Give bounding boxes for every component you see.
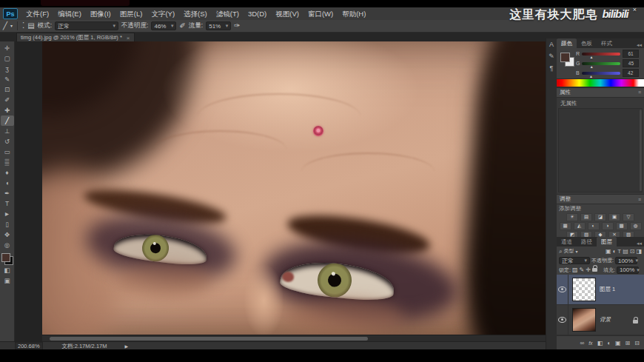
opacity-select[interactable]: 46% ▾ — [151, 21, 176, 30]
foreground-color-swatch[interactable] — [560, 53, 570, 62]
menu-file[interactable]: 文件(F) — [21, 8, 53, 20]
caret-down-icon[interactable]: ▾ — [10, 22, 13, 30]
menu-image[interactable]: 图像(I) — [86, 8, 115, 20]
menu-help[interactable]: 帮助(H) — [338, 8, 370, 20]
blend-mode-select[interactable]: 正常 ▾ — [55, 21, 118, 30]
lock-transparent-icon[interactable]: ▨ — [572, 267, 578, 273]
menu-type[interactable]: 文字(Y) — [147, 8, 179, 20]
tab-channels[interactable]: 通道 — [557, 237, 577, 247]
adjustment-filter-icon[interactable]: ◐ — [612, 248, 616, 255]
channel-mixer-icon[interactable]: ▩ — [616, 222, 628, 230]
exposure-icon[interactable]: ▣ — [608, 213, 620, 221]
blur-tool[interactable]: ♦ — [1, 167, 14, 178]
layer-blend-mode-select[interactable]: 正常 ▾ — [559, 257, 590, 264]
lock-position-icon[interactable]: ✛ — [586, 267, 591, 273]
status-options-arrow[interactable]: ▶ — [124, 343, 128, 349]
eyedropper-tool[interactable]: ✐ — [1, 95, 14, 105]
panel-menu-icon[interactable]: ≡ — [638, 90, 641, 95]
path-selection-tool[interactable]: ► — [1, 209, 14, 219]
new-adjustment-icon[interactable]: ◐ — [607, 340, 611, 346]
tab-swatches[interactable]: 色板 — [577, 38, 597, 48]
scrollbar-thumb[interactable] — [50, 337, 368, 341]
lock-all-icon[interactable] — [592, 268, 597, 272]
link-layers-icon[interactable]: ∞ — [580, 340, 584, 346]
add-mask-icon[interactable]: ◧ — [597, 340, 603, 346]
quick-mask-button[interactable]: ◧ — [1, 265, 14, 275]
collapse-icon[interactable]: ◂◂ — [637, 241, 642, 247]
delete-layer-icon[interactable]: ⊟ — [634, 340, 640, 346]
brightness-contrast-icon[interactable]: ☀ — [566, 213, 578, 221]
properties-panel-header[interactable]: 属性 ≡ — [557, 87, 644, 98]
black-white-icon[interactable]: ◐ — [588, 222, 600, 230]
character-styles-panel-icon[interactable]: ✎ — [549, 53, 554, 60]
visibility-cell[interactable] — [557, 275, 568, 304]
green-slider[interactable]: ▲ — [582, 62, 620, 65]
collapse-icon[interactable]: ◂◂ — [637, 42, 642, 48]
color-spectrum-ramp[interactable] — [557, 78, 644, 87]
curves-icon[interactable]: ◪ — [594, 213, 606, 221]
layer-name[interactable]: 背景 — [600, 316, 611, 324]
tab-layers[interactable]: 图层 — [597, 237, 617, 247]
red-value[interactable]: 61 — [623, 50, 639, 58]
spot-healing-tool[interactable]: ✚ — [1, 105, 14, 115]
filter-kind-select[interactable]: 类型 — [563, 247, 574, 255]
levels-icon[interactable]: ▤ — [580, 213, 592, 221]
layer-name[interactable]: 图层 1 — [600, 286, 615, 293]
filter-toggle-icon[interactable]: ◨ — [636, 248, 642, 255]
tab-styles[interactable]: 样式 — [597, 38, 617, 48]
brush-tool-icon[interactable]: ╱ — [3, 22, 7, 30]
close-icon[interactable]: × — [127, 35, 130, 41]
blue-slider[interactable]: ▲ — [582, 72, 620, 75]
vibrance-icon[interactable]: ▽ — [623, 213, 634, 221]
visibility-cell[interactable] — [557, 305, 568, 335]
panel-menu-icon[interactable]: ≡ — [638, 197, 641, 202]
dodge-tool[interactable]: ◖ — [1, 178, 14, 188]
brush-tool[interactable]: ╱ — [1, 115, 14, 126]
menu-3d[interactable]: 3D(D) — [244, 8, 271, 20]
screen-mode-button[interactable]: ▣ — [1, 275, 14, 286]
tablet-opacity-icon[interactable]: ✐ — [179, 22, 185, 30]
new-layer-icon[interactable]: ⊞ — [625, 340, 631, 346]
new-group-icon[interactable]: ▣ — [615, 340, 621, 346]
shape-tool[interactable]: ▯ — [1, 219, 14, 229]
canvas-image[interactable] — [42, 41, 546, 335]
type-filter-icon[interactable]: T — [617, 248, 621, 255]
menu-edit[interactable]: 编辑(E) — [53, 8, 86, 20]
history-brush-tool[interactable]: ↺ — [1, 136, 14, 147]
photo-filter-icon[interactable]: ◑ — [602, 222, 614, 230]
zoom-tool[interactable]: ◎ — [1, 240, 14, 250]
brush-cursor[interactable] — [313, 126, 323, 136]
lasso-tool[interactable]: ʒ — [1, 64, 14, 74]
shape-filter-icon[interactable]: ▤ — [623, 248, 628, 255]
quick-selection-tool[interactable]: ✎ — [1, 74, 14, 84]
layer-thumbnail[interactable] — [572, 278, 596, 301]
crop-tool[interactable]: ⊡ — [1, 84, 14, 95]
hand-tool[interactable]: ✥ — [1, 229, 14, 240]
fill-select[interactable]: 100% ▾ — [617, 267, 639, 274]
hue-saturation-icon[interactable]: ▦ — [560, 222, 571, 230]
red-slider[interactable]: ▲ — [582, 53, 620, 56]
color-lookup-icon[interactable]: ◍ — [630, 222, 642, 230]
smart-object-filter-icon[interactable]: ⊡ — [630, 248, 635, 255]
paragraph-panel-icon[interactable]: ¶ — [550, 64, 554, 72]
toggle-brush-panel-icon[interactable]: ▤ — [27, 22, 34, 30]
properties-scrollbar[interactable] — [640, 110, 642, 191]
menu-layer[interactable]: 图层(L) — [115, 8, 147, 20]
marquee-tool[interactable]: ▢ — [1, 53, 14, 64]
menu-select[interactable]: 选择(S) — [179, 8, 212, 20]
tab-color[interactable]: 颜色 — [557, 38, 577, 48]
layer-thumbnail[interactable] — [572, 308, 596, 332]
brush-preset-picker-icon[interactable]: ⁚ — [22, 22, 24, 30]
gradient-tool[interactable]: ▒ — [1, 157, 14, 167]
blue-value[interactable]: 42 — [623, 69, 639, 77]
airbrush-icon[interactable]: ✑ — [234, 22, 240, 30]
pen-tool[interactable]: ✒ — [1, 188, 14, 198]
clone-stamp-tool[interactable]: ⊥ — [1, 126, 14, 136]
eraser-tool[interactable]: ▭ — [1, 147, 14, 157]
foreground-color-swatch[interactable] — [1, 253, 10, 262]
type-tool[interactable]: T — [1, 198, 14, 209]
pixel-filter-icon[interactable]: ▣ — [606, 248, 611, 255]
menu-view[interactable]: 视图(V) — [271, 8, 303, 20]
color-balance-icon[interactable]: ◭ — [574, 222, 586, 230]
menu-filter[interactable]: 滤镜(T) — [212, 8, 244, 20]
